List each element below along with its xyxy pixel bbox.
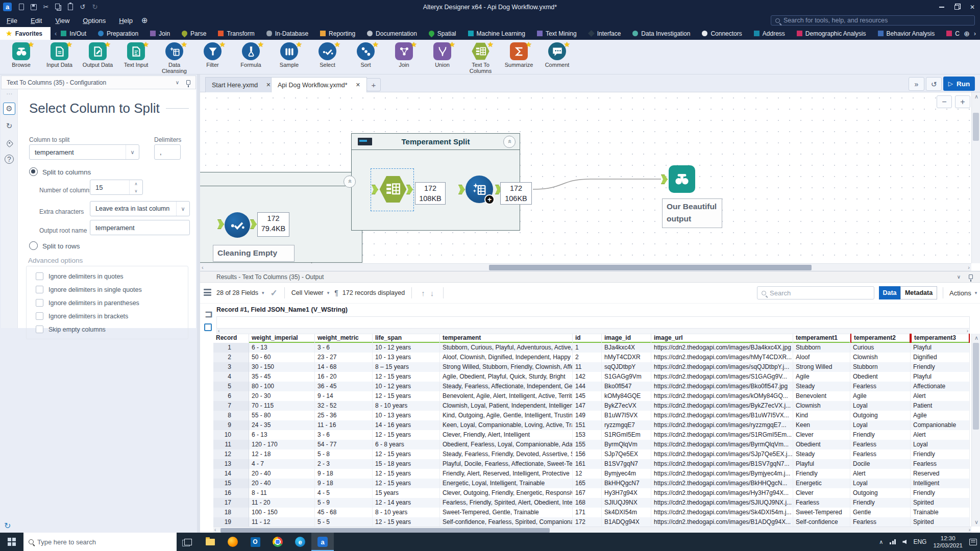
grid-cell[interactable]: 30 - 150 xyxy=(249,362,315,372)
grid-cell[interactable]: 70 - 115 xyxy=(249,401,315,411)
taskbar-search-input[interactable]: Type here to search xyxy=(23,533,177,551)
category-behavior-analysis[interactable]: Behavior Analysis xyxy=(878,30,935,37)
grid-cell[interactable]: https://cdn2.thedogapi.com/images/BykZ7e… xyxy=(651,401,793,411)
pin-icon[interactable] xyxy=(969,274,973,279)
category-connectors[interactable]: Connectors xyxy=(702,30,742,37)
grid-cell[interactable]: 161 xyxy=(573,459,602,469)
grid-cell[interactable]: 10 - 12 years xyxy=(373,343,440,353)
grid-cell[interactable]: Strong Willed, Stubborn, Friendly, Clown… xyxy=(440,362,573,372)
grid-cell[interactable]: 9 - 14 xyxy=(315,391,373,401)
palette-tool-select[interactable]: ★Select xyxy=(308,40,347,74)
grid-cell[interactable]: Fearless, Friendly, Spirited, Alert, Obe… xyxy=(440,498,573,508)
record-count-annotation[interactable]: 172 106KB xyxy=(500,182,532,205)
palette-tool-union[interactable]: ★Union xyxy=(423,40,461,74)
scroll-left-icon[interactable]: ‹ xyxy=(51,27,61,40)
close-tab-icon[interactable]: ✕ xyxy=(266,82,271,88)
category-spatial[interactable]: Spatial xyxy=(429,30,456,37)
grid-cell[interactable]: 12 - 15 years xyxy=(373,517,440,527)
network-icon[interactable] xyxy=(890,539,896,544)
grid-cell[interactable]: 9 - 18 xyxy=(315,479,373,488)
category-interface[interactable]: Interface xyxy=(589,30,621,37)
grid-cell[interactable]: Stubborn xyxy=(793,343,850,353)
menu-edit[interactable]: Edit xyxy=(24,17,48,24)
grid-cell[interactable]: Dignified xyxy=(911,353,970,362)
grid-cell[interactable]: Bymjyec4m xyxy=(602,469,651,479)
favorite-star-icon[interactable]: ★ xyxy=(487,40,494,48)
grid-cell[interactable]: 55 - 80 xyxy=(249,411,315,420)
category-preparation[interactable]: Preparation xyxy=(98,30,138,37)
start-button[interactable] xyxy=(0,533,23,551)
grid-cell[interactable]: https://cdn2.thedogapi.com/images/SJp7Qe… xyxy=(651,449,793,459)
grid-cell[interactable]: https://cdn2.thedogapi.com/images/B1ADQg… xyxy=(651,517,793,527)
grid-cell[interactable]: Playful xyxy=(911,343,970,353)
grid-cell[interactable]: Bko0fl547 xyxy=(602,382,651,391)
grid-cell[interactable]: Fearless xyxy=(850,449,911,459)
scroll-down-icon[interactable]: ∨ xyxy=(974,518,978,526)
column-header-id[interactable]: id xyxy=(573,334,602,343)
grid-cell[interactable]: Companionable xyxy=(911,420,970,430)
grid-cell[interactable]: 4 - 7 xyxy=(249,459,315,469)
grid-cell[interactable]: Clownish, Loyal, Patient, Independent, I… xyxy=(440,401,573,411)
grid-cell[interactable]: ryzzmgqE7 xyxy=(602,420,651,430)
grid-cell[interactable]: 54 - 77 xyxy=(315,440,373,449)
canvas-vscrollbar[interactable]: ∧ xyxy=(971,92,980,263)
row-number[interactable]: 9 xyxy=(213,420,249,430)
overflow-tabs-icon[interactable]: » xyxy=(909,77,924,91)
grid-cell[interactable]: Playful, Docile, Fearless, Affectionate,… xyxy=(440,459,573,469)
grid-cell[interactable]: https://cdn2.thedogapi.com/images/hMyT4C… xyxy=(651,353,793,362)
grid-cell[interactable]: 1 xyxy=(573,343,602,353)
grid-cell[interactable]: Friendly xyxy=(911,362,970,372)
hidden-icons-chevron[interactable]: ∧ xyxy=(879,539,883,545)
grid-cell[interactable]: sqQJDtbpY xyxy=(602,362,651,372)
scroll-left-icon[interactable]: ‹ xyxy=(214,527,216,533)
grid-cell[interactable]: https://cdn2.thedogapi.com/images/B1SV7g… xyxy=(651,459,793,469)
checkbox[interactable] xyxy=(36,312,43,320)
column-header-temperament2[interactable]: temperament2 xyxy=(850,334,911,343)
annotation-tab-icon[interactable] xyxy=(3,137,15,149)
grid-cell[interactable]: Steady xyxy=(793,382,850,391)
grid-cell[interactable]: 12 - 15 years xyxy=(373,430,440,440)
run-button[interactable]: ▷ Run xyxy=(943,77,975,91)
grid-cell[interactable]: 168 xyxy=(573,498,602,508)
grid-cell[interactable]: Benevolent xyxy=(793,391,850,401)
grid-cell[interactable]: 151 xyxy=(573,420,602,430)
grid-cell[interactable]: Curious xyxy=(850,343,911,353)
record-count-annotation[interactable]: 172 108KB xyxy=(415,182,446,205)
grid-cell[interactable]: 25 - 36 xyxy=(315,411,373,420)
palette-tool-input-data[interactable]: ★Input Data xyxy=(40,40,79,74)
grid-cell[interactable]: Kind, Outgoing, Agile, Gentle, Intellige… xyxy=(440,411,573,420)
action-center-icon[interactable] xyxy=(969,539,977,545)
row-number[interactable]: 19 xyxy=(213,517,249,527)
undo-icon[interactable]: ↺ xyxy=(77,3,88,12)
grid-cell[interactable]: kOMy84GQE xyxy=(602,391,651,401)
grid-cell[interactable]: 12 - 15 years xyxy=(373,479,440,488)
grid-cell[interactable]: Strong Willed xyxy=(793,362,850,372)
zoom-out-button[interactable]: − xyxy=(937,95,952,108)
grid-cell[interactable]: Agile xyxy=(850,391,911,401)
row-number[interactable]: 11 xyxy=(213,440,249,449)
grid-cell[interactable]: 11 - 12 xyxy=(249,517,315,527)
grid-cell[interactable]: Loyal xyxy=(850,420,911,430)
option-ignore-delimiters-in-quotes[interactable]: Ignore delimiters in quotes xyxy=(36,272,124,280)
taskbar-app-firefox[interactable] xyxy=(222,533,244,551)
restore-button[interactable] xyxy=(949,0,965,14)
paste-icon[interactable] xyxy=(65,3,76,12)
category-join[interactable]: Join xyxy=(150,30,170,37)
grid-cell[interactable]: Agile xyxy=(793,372,850,382)
grid-cell[interactable]: 3 - 6 xyxy=(315,430,373,440)
grid-cell[interactable]: 120 - 170 xyxy=(249,440,315,449)
grid-cell[interactable]: Fearless xyxy=(850,517,911,527)
category-documentation[interactable]: Documentation xyxy=(367,30,417,37)
grid-cell[interactable]: 11 - 16 xyxy=(315,420,373,430)
column-header-weight_metric[interactable]: weight_metric xyxy=(315,334,373,343)
scroll-up-icon[interactable]: ∧ xyxy=(974,93,978,101)
grid-cell[interactable]: 2 - 3 xyxy=(315,459,373,469)
grid-cell[interactable]: 6 - 13 xyxy=(249,343,315,353)
row-number[interactable]: 8 xyxy=(213,411,249,420)
grid-cell[interactable]: SJp7Qe5EX xyxy=(602,449,651,459)
grid-cell[interactable]: Fearless xyxy=(850,440,911,449)
grid-cell[interactable]: Playful xyxy=(911,372,970,382)
grid-cell[interactable]: Outgoing xyxy=(850,411,911,420)
option-skip-empty-columns[interactable]: Skip empty columns xyxy=(36,325,106,333)
language-indicator[interactable]: ENG xyxy=(913,538,926,545)
